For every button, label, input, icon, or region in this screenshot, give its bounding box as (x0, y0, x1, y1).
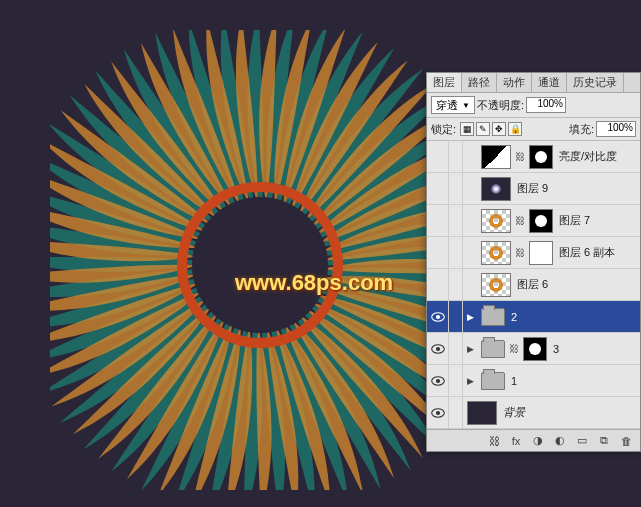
spiral-artwork (50, 30, 470, 490)
group-1[interactable]: ▶ 1 (427, 365, 640, 397)
lock-row: 锁定: ▦ ✎ ✥ 🔒 填充: 100% (427, 118, 640, 141)
opacity-input[interactable]: 100% (526, 97, 566, 113)
svg-point-7 (435, 378, 439, 382)
layer-6-copy[interactable]: ⛓ 图层 6 副本 (427, 237, 640, 269)
svg-point-1 (192, 197, 328, 333)
visibility-toggle[interactable] (427, 397, 449, 428)
svg-point-3 (435, 314, 439, 318)
group-3[interactable]: ▶ ⛓ 3 (427, 333, 640, 365)
adjustment-thumb-icon (481, 145, 511, 169)
layer-thumb (481, 273, 511, 297)
eye-icon (431, 376, 445, 386)
blend-row: 穿透 ▼ 不透明度: 100% (427, 93, 640, 118)
fill-input[interactable]: 100% (596, 121, 636, 137)
layer-thumb (481, 177, 511, 201)
layer-label: 亮度/对比度 (559, 149, 617, 164)
lock-label: 锁定: (431, 122, 456, 137)
layer-label: 3 (553, 343, 559, 355)
adjustment-layer-icon[interactable]: ◐ (552, 433, 568, 449)
panel-tabs: 图层 路径 动作 通道 历史记录 (427, 73, 640, 93)
layer-label: 背景 (503, 405, 525, 420)
panel-footer: ⛓ fx ◑ ◐ ▭ ⧉ 🗑 (427, 429, 640, 451)
opacity-label: 不透明度: (477, 98, 524, 113)
folder-icon (481, 308, 505, 326)
folder-icon (481, 372, 505, 390)
layers-list: ⛓ 亮度/对比度 图层 9 ⛓ 图层 7 (427, 141, 640, 429)
trash-icon[interactable]: 🗑 (618, 433, 634, 449)
add-mask-icon[interactable]: ◑ (530, 433, 546, 449)
layer-label: 图层 7 (559, 213, 590, 228)
lock-brush-icon[interactable]: ✎ (476, 122, 490, 136)
visibility-toggle[interactable] (427, 365, 449, 396)
svg-point-9 (435, 410, 439, 414)
blend-mode-dropdown[interactable]: 穿透 ▼ (431, 96, 475, 114)
lock-move-icon[interactable]: ✥ (492, 122, 506, 136)
tab-paths[interactable]: 路径 (462, 73, 497, 92)
layer-label: 2 (511, 311, 517, 323)
layer-label: 图层 6 副本 (559, 245, 615, 260)
visibility-toggle[interactable] (427, 269, 449, 300)
lock-transparency-icon[interactable]: ▦ (460, 122, 474, 136)
tab-layers[interactable]: 图层 (427, 73, 462, 92)
mask-thumb[interactable] (529, 145, 553, 169)
link-icon: ⛓ (509, 343, 519, 354)
layer-label: 图层 9 (517, 181, 548, 196)
layer-label: 1 (511, 375, 517, 387)
layer-brightness-contrast[interactable]: ⛓ 亮度/对比度 (427, 141, 640, 173)
chevron-down-icon: ▼ (462, 101, 470, 110)
layer-thumb (481, 209, 511, 233)
fill-label: 填充: (569, 122, 594, 137)
link-icon: ⛓ (515, 247, 525, 258)
tab-history[interactable]: 历史记录 (567, 73, 624, 92)
link-icon: ⛓ (515, 151, 525, 162)
layer-label: 图层 6 (517, 277, 548, 292)
eye-icon (431, 312, 445, 322)
disclosure-triangle-icon[interactable]: ▶ (467, 376, 477, 386)
mask-thumb[interactable] (529, 209, 553, 233)
visibility-toggle[interactable] (427, 333, 449, 364)
visibility-toggle[interactable] (427, 237, 449, 268)
lock-all-icon[interactable]: 🔒 (508, 122, 522, 136)
svg-point-5 (435, 346, 439, 350)
layer-6[interactable]: 图层 6 (427, 269, 640, 301)
mask-thumb[interactable] (529, 241, 553, 265)
group-2[interactable]: ▶ 2 (427, 301, 640, 333)
layer-thumb (467, 401, 497, 425)
visibility-toggle[interactable] (427, 301, 449, 332)
visibility-toggle[interactable] (427, 173, 449, 204)
mask-thumb[interactable] (523, 337, 547, 361)
visibility-toggle[interactable] (427, 141, 449, 172)
disclosure-triangle-icon[interactable]: ▶ (467, 344, 477, 354)
fx-icon[interactable]: fx (508, 433, 524, 449)
visibility-toggle[interactable] (427, 205, 449, 236)
layer-thumb (481, 241, 511, 265)
eye-icon (431, 408, 445, 418)
folder-icon (481, 340, 505, 358)
tab-actions[interactable]: 动作 (497, 73, 532, 92)
blend-mode-value: 穿透 (436, 98, 458, 113)
link-layers-icon[interactable]: ⛓ (486, 433, 502, 449)
layer-7[interactable]: ⛓ 图层 7 (427, 205, 640, 237)
link-icon: ⛓ (515, 215, 525, 226)
disclosure-triangle-icon[interactable]: ▶ (467, 312, 477, 322)
layer-background[interactable]: 背景 (427, 397, 640, 429)
new-group-icon[interactable]: ▭ (574, 433, 590, 449)
layer-9[interactable]: 图层 9 (427, 173, 640, 205)
new-layer-icon[interactable]: ⧉ (596, 433, 612, 449)
watermark-text: www.68ps.com (235, 270, 393, 296)
tab-channels[interactable]: 通道 (532, 73, 567, 92)
eye-icon (431, 344, 445, 354)
layers-panel: 图层 路径 动作 通道 历史记录 穿透 ▼ 不透明度: 100% 锁定: ▦ ✎… (426, 72, 641, 452)
